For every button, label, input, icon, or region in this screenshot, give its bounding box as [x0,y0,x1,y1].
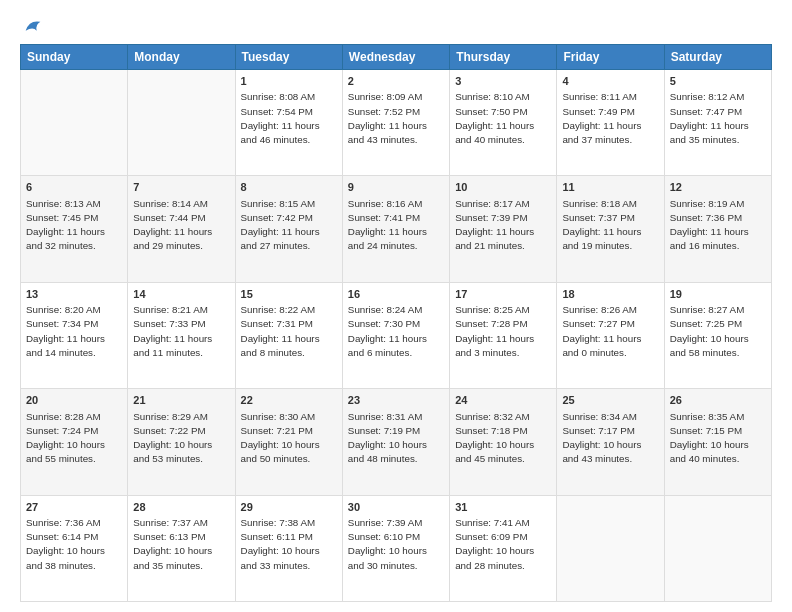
calendar-cell: 3Sunrise: 8:10 AM Sunset: 7:50 PM Daylig… [450,70,557,176]
day-info: Sunrise: 8:09 AM Sunset: 7:52 PM Dayligh… [348,90,444,147]
day-number: 13 [26,287,122,302]
day-number: 19 [670,287,766,302]
calendar-cell: 19Sunrise: 8:27 AM Sunset: 7:25 PM Dayli… [664,282,771,388]
calendar-cell: 2Sunrise: 8:09 AM Sunset: 7:52 PM Daylig… [342,70,449,176]
day-number: 10 [455,180,551,195]
day-info: Sunrise: 8:15 AM Sunset: 7:42 PM Dayligh… [241,197,337,254]
day-info: Sunrise: 8:24 AM Sunset: 7:30 PM Dayligh… [348,303,444,360]
calendar-cell: 24Sunrise: 8:32 AM Sunset: 7:18 PM Dayli… [450,389,557,495]
day-number: 14 [133,287,229,302]
calendar-cell: 21Sunrise: 8:29 AM Sunset: 7:22 PM Dayli… [128,389,235,495]
day-number: 28 [133,500,229,515]
calendar-cell: 20Sunrise: 8:28 AM Sunset: 7:24 PM Dayli… [21,389,128,495]
day-info: Sunrise: 8:21 AM Sunset: 7:33 PM Dayligh… [133,303,229,360]
calendar-cell: 27Sunrise: 7:36 AM Sunset: 6:14 PM Dayli… [21,495,128,601]
day-number: 6 [26,180,122,195]
calendar-cell: 6Sunrise: 8:13 AM Sunset: 7:45 PM Daylig… [21,176,128,282]
day-number: 18 [562,287,658,302]
day-info: Sunrise: 8:34 AM Sunset: 7:17 PM Dayligh… [562,410,658,467]
calendar-cell: 1Sunrise: 8:08 AM Sunset: 7:54 PM Daylig… [235,70,342,176]
calendar-cell: 4Sunrise: 8:11 AM Sunset: 7:49 PM Daylig… [557,70,664,176]
day-info: Sunrise: 8:25 AM Sunset: 7:28 PM Dayligh… [455,303,551,360]
day-info: Sunrise: 8:27 AM Sunset: 7:25 PM Dayligh… [670,303,766,360]
calendar-cell: 30Sunrise: 7:39 AM Sunset: 6:10 PM Dayli… [342,495,449,601]
day-number: 30 [348,500,444,515]
day-of-week-wednesday: Wednesday [342,45,449,70]
page: SundayMondayTuesdayWednesdayThursdayFrid… [0,0,792,612]
calendar-cell [128,70,235,176]
day-info: Sunrise: 8:12 AM Sunset: 7:47 PM Dayligh… [670,90,766,147]
day-info: Sunrise: 8:16 AM Sunset: 7:41 PM Dayligh… [348,197,444,254]
day-info: Sunrise: 8:18 AM Sunset: 7:37 PM Dayligh… [562,197,658,254]
day-of-week-saturday: Saturday [664,45,771,70]
day-of-week-tuesday: Tuesday [235,45,342,70]
logo [20,16,44,36]
day-number: 15 [241,287,337,302]
calendar-cell: 25Sunrise: 8:34 AM Sunset: 7:17 PM Dayli… [557,389,664,495]
day-number: 5 [670,74,766,89]
day-info: Sunrise: 8:14 AM Sunset: 7:44 PM Dayligh… [133,197,229,254]
day-info: Sunrise: 8:26 AM Sunset: 7:27 PM Dayligh… [562,303,658,360]
calendar-cell: 7Sunrise: 8:14 AM Sunset: 7:44 PM Daylig… [128,176,235,282]
day-number: 2 [348,74,444,89]
day-info: Sunrise: 8:29 AM Sunset: 7:22 PM Dayligh… [133,410,229,467]
calendar-cell: 14Sunrise: 8:21 AM Sunset: 7:33 PM Dayli… [128,282,235,388]
day-info: Sunrise: 7:36 AM Sunset: 6:14 PM Dayligh… [26,516,122,573]
calendar-cell: 15Sunrise: 8:22 AM Sunset: 7:31 PM Dayli… [235,282,342,388]
day-info: Sunrise: 8:31 AM Sunset: 7:19 PM Dayligh… [348,410,444,467]
calendar-cell: 9Sunrise: 8:16 AM Sunset: 7:41 PM Daylig… [342,176,449,282]
day-number: 12 [670,180,766,195]
calendar-cell [557,495,664,601]
day-info: Sunrise: 8:11 AM Sunset: 7:49 PM Dayligh… [562,90,658,147]
day-number: 24 [455,393,551,408]
calendar-cell: 13Sunrise: 8:20 AM Sunset: 7:34 PM Dayli… [21,282,128,388]
calendar-cell: 29Sunrise: 7:38 AM Sunset: 6:11 PM Dayli… [235,495,342,601]
day-number: 20 [26,393,122,408]
day-header-row: SundayMondayTuesdayWednesdayThursdayFrid… [21,45,772,70]
day-number: 26 [670,393,766,408]
day-of-week-thursday: Thursday [450,45,557,70]
day-of-week-monday: Monday [128,45,235,70]
day-info: Sunrise: 8:35 AM Sunset: 7:15 PM Dayligh… [670,410,766,467]
calendar-cell: 22Sunrise: 8:30 AM Sunset: 7:21 PM Dayli… [235,389,342,495]
day-number: 11 [562,180,658,195]
day-number: 27 [26,500,122,515]
calendar-cell: 10Sunrise: 8:17 AM Sunset: 7:39 PM Dayli… [450,176,557,282]
day-number: 23 [348,393,444,408]
day-number: 21 [133,393,229,408]
calendar-week-4: 20Sunrise: 8:28 AM Sunset: 7:24 PM Dayli… [21,389,772,495]
day-of-week-friday: Friday [557,45,664,70]
day-number: 3 [455,74,551,89]
day-info: Sunrise: 7:41 AM Sunset: 6:09 PM Dayligh… [455,516,551,573]
calendar-header: SundayMondayTuesdayWednesdayThursdayFrid… [21,45,772,70]
calendar-week-5: 27Sunrise: 7:36 AM Sunset: 6:14 PM Dayli… [21,495,772,601]
day-info: Sunrise: 8:13 AM Sunset: 7:45 PM Dayligh… [26,197,122,254]
calendar-cell: 23Sunrise: 8:31 AM Sunset: 7:19 PM Dayli… [342,389,449,495]
calendar-week-2: 6Sunrise: 8:13 AM Sunset: 7:45 PM Daylig… [21,176,772,282]
calendar-body: 1Sunrise: 8:08 AM Sunset: 7:54 PM Daylig… [21,70,772,602]
calendar-cell [21,70,128,176]
header [20,16,772,36]
calendar-cell: 28Sunrise: 7:37 AM Sunset: 6:13 PM Dayli… [128,495,235,601]
calendar-table: SundayMondayTuesdayWednesdayThursdayFrid… [20,44,772,602]
calendar-cell: 5Sunrise: 8:12 AM Sunset: 7:47 PM Daylig… [664,70,771,176]
calendar-cell: 8Sunrise: 8:15 AM Sunset: 7:42 PM Daylig… [235,176,342,282]
day-number: 22 [241,393,337,408]
day-info: Sunrise: 7:39 AM Sunset: 6:10 PM Dayligh… [348,516,444,573]
day-number: 8 [241,180,337,195]
day-number: 17 [455,287,551,302]
calendar-cell: 18Sunrise: 8:26 AM Sunset: 7:27 PM Dayli… [557,282,664,388]
calendar-cell: 31Sunrise: 7:41 AM Sunset: 6:09 PM Dayli… [450,495,557,601]
day-info: Sunrise: 8:22 AM Sunset: 7:31 PM Dayligh… [241,303,337,360]
calendar-cell: 11Sunrise: 8:18 AM Sunset: 7:37 PM Dayli… [557,176,664,282]
day-info: Sunrise: 8:32 AM Sunset: 7:18 PM Dayligh… [455,410,551,467]
day-info: Sunrise: 8:28 AM Sunset: 7:24 PM Dayligh… [26,410,122,467]
calendar-week-3: 13Sunrise: 8:20 AM Sunset: 7:34 PM Dayli… [21,282,772,388]
calendar-cell: 26Sunrise: 8:35 AM Sunset: 7:15 PM Dayli… [664,389,771,495]
calendar-cell: 12Sunrise: 8:19 AM Sunset: 7:36 PM Dayli… [664,176,771,282]
day-number: 4 [562,74,658,89]
day-number: 25 [562,393,658,408]
day-info: Sunrise: 8:19 AM Sunset: 7:36 PM Dayligh… [670,197,766,254]
calendar-cell: 17Sunrise: 8:25 AM Sunset: 7:28 PM Dayli… [450,282,557,388]
calendar-cell: 16Sunrise: 8:24 AM Sunset: 7:30 PM Dayli… [342,282,449,388]
